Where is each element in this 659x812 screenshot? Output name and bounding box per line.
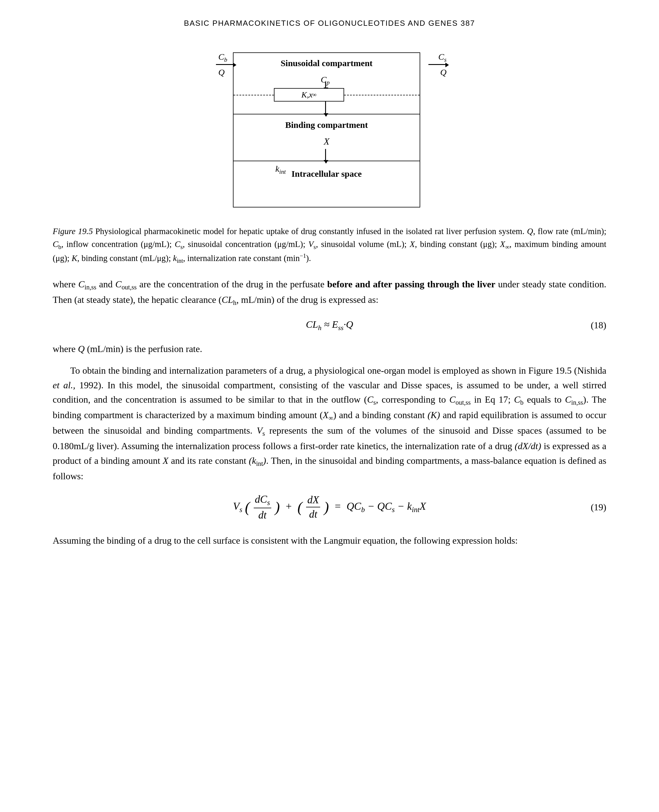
diagram-container: Sinusoidal compartment Cb Cs Q Q Cp K, x… bbox=[53, 44, 606, 213]
right-arrow bbox=[429, 64, 446, 65]
arrow-down-cp bbox=[325, 82, 326, 88]
left-arrow bbox=[216, 64, 233, 65]
intracellular-label: Intracellular space bbox=[233, 162, 420, 180]
arrow-down-kint bbox=[325, 149, 326, 161]
equation-19: Vs ( dCs dt ) + ( dX dt ) = QCb − QCs − … bbox=[233, 492, 426, 522]
equation-19-number: (19) bbox=[591, 500, 606, 514]
page-header: BASIC PHARMACOKINETICS OF OLIGONUCLEOTID… bbox=[53, 17, 606, 29]
dashed-line-right bbox=[344, 95, 419, 95]
cb-label: Cb bbox=[218, 50, 227, 65]
equation-18-number: (18) bbox=[591, 318, 606, 332]
equation-18: CLh ≈ Ess·Q bbox=[306, 317, 353, 333]
divider-sin-bind bbox=[233, 114, 420, 114]
paragraph-1: where Cin,ss and Cout,ss are the concent… bbox=[53, 277, 606, 308]
binding-label: Binding compartment bbox=[233, 116, 420, 131]
kx-box: K, x∞ bbox=[274, 88, 344, 101]
x-binding: X bbox=[233, 134, 420, 148]
paragraph-3: To obtain the binding and internalizatio… bbox=[53, 363, 606, 484]
equation-19-container: Vs ( dCs dt ) + ( dX dt ) = QCb − QCs − … bbox=[53, 492, 606, 522]
paragraph-4: Assuming the binding of a drug to the ce… bbox=[53, 533, 606, 548]
dashed-line-left bbox=[233, 95, 274, 95]
paragraph-2: where Q (mL/min) is the perfusion rate. bbox=[53, 342, 606, 356]
diagram: Sinusoidal compartment Cb Cs Q Q Cp K, x… bbox=[210, 44, 449, 213]
q-label-left: Q bbox=[218, 66, 225, 79]
figure-caption: Figure 19.5 Physiological pharmacokineti… bbox=[53, 225, 606, 265]
arrow-down-kx bbox=[325, 101, 326, 114]
sinusoidal-label: Sinusoidal compartment bbox=[233, 52, 420, 69]
equation-18-container: CLh ≈ Ess·Q (18) bbox=[53, 317, 606, 333]
q-label-right: Q bbox=[440, 66, 446, 79]
